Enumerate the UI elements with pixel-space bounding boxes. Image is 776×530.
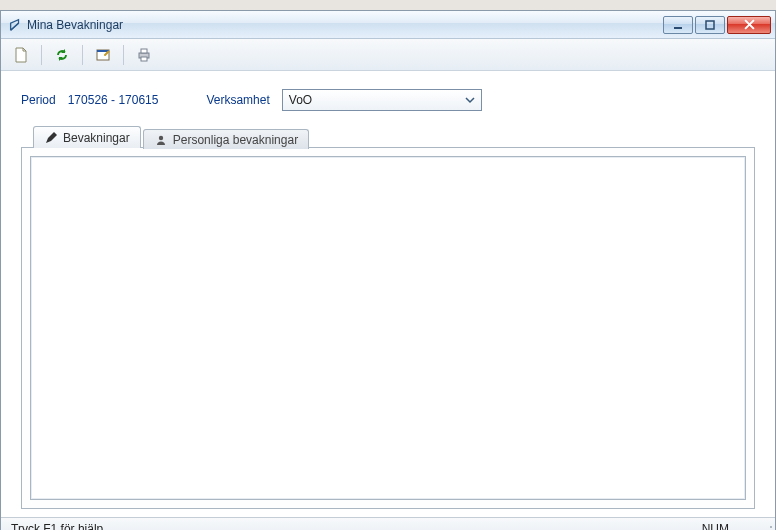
app-window: Mina Bevakningar (0, 10, 776, 530)
tab-bevakningar-label: Bevakningar (63, 131, 130, 145)
verksamhet-selected: VoO (289, 93, 312, 107)
tab-panel (21, 147, 755, 509)
tab-personliga-label: Personliga bevakningar (173, 133, 298, 147)
minimize-button[interactable] (663, 16, 693, 34)
properties-button[interactable] (91, 43, 115, 67)
status-help-text: Tryck F1 för hjälp (11, 522, 103, 531)
refresh-button[interactable] (50, 43, 74, 67)
svg-point-8 (159, 135, 163, 139)
toolbar-separator (123, 45, 124, 65)
toolbar-separator (41, 45, 42, 65)
svg-point-4 (104, 54, 106, 56)
svg-point-9 (770, 526, 772, 528)
new-file-icon (13, 47, 29, 63)
period-label: Period (21, 93, 56, 107)
print-icon (136, 47, 152, 63)
window-buttons (663, 16, 771, 34)
toolbar (1, 39, 775, 71)
refresh-icon (54, 47, 70, 63)
verksamhet-label: Verksamhet (206, 93, 269, 107)
svg-rect-6 (141, 49, 147, 53)
filter-row: Period 170526 - 170615 Verksamhet VoO (21, 89, 755, 111)
chevron-down-icon (462, 92, 478, 108)
status-num: NUM (702, 522, 729, 531)
toolbar-separator (82, 45, 83, 65)
tab-personliga[interactable]: Personliga bevakningar (143, 129, 309, 149)
svg-rect-7 (141, 57, 147, 61)
maximize-button[interactable] (695, 16, 725, 34)
new-button[interactable] (9, 43, 33, 67)
client-area: Period 170526 - 170615 Verksamhet VoO Be… (1, 71, 775, 517)
status-right: NUM (702, 522, 765, 531)
resize-grip[interactable] (759, 523, 773, 530)
person-icon (154, 133, 168, 147)
app-icon (7, 17, 23, 33)
svg-rect-1 (706, 21, 714, 29)
pen-icon (44, 131, 58, 145)
verksamhet-combo[interactable]: VoO (282, 89, 482, 111)
period-value: 170526 - 170615 (68, 93, 159, 107)
statusbar: Tryck F1 för hjälp NUM (1, 517, 775, 530)
titlebar: Mina Bevakningar (1, 11, 775, 39)
print-button[interactable] (132, 43, 156, 67)
window-title: Mina Bevakningar (27, 18, 663, 32)
properties-icon (95, 47, 111, 63)
svg-rect-0 (674, 27, 682, 29)
tabstrip: Bevakningar Personliga bevakningar (21, 125, 755, 147)
tab-bevakningar[interactable]: Bevakningar (33, 126, 141, 148)
close-button[interactable] (727, 16, 771, 34)
bevakningar-list[interactable] (30, 156, 746, 500)
